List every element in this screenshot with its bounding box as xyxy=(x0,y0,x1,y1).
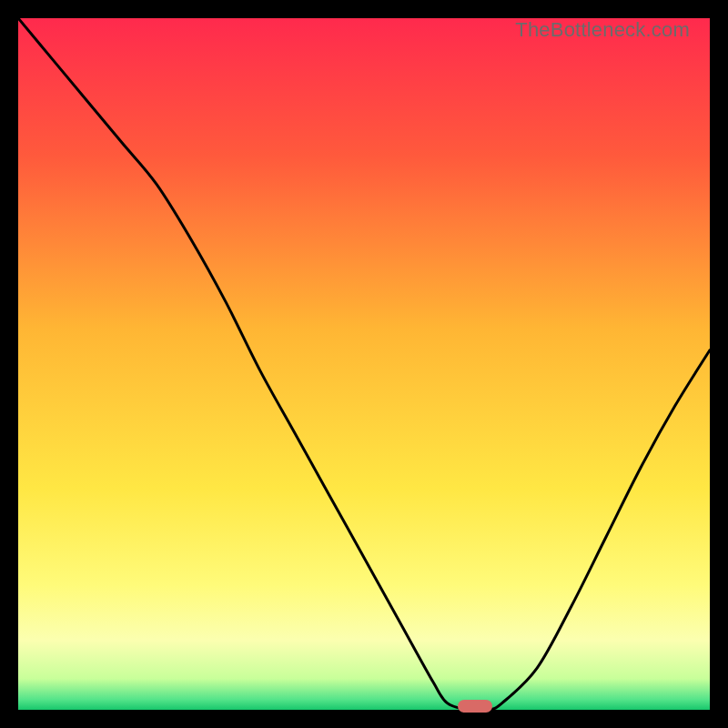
chart-frame: TheBottleneck.com xyxy=(18,18,710,710)
bottleneck-curve xyxy=(18,18,710,710)
optimum-marker xyxy=(458,700,492,713)
